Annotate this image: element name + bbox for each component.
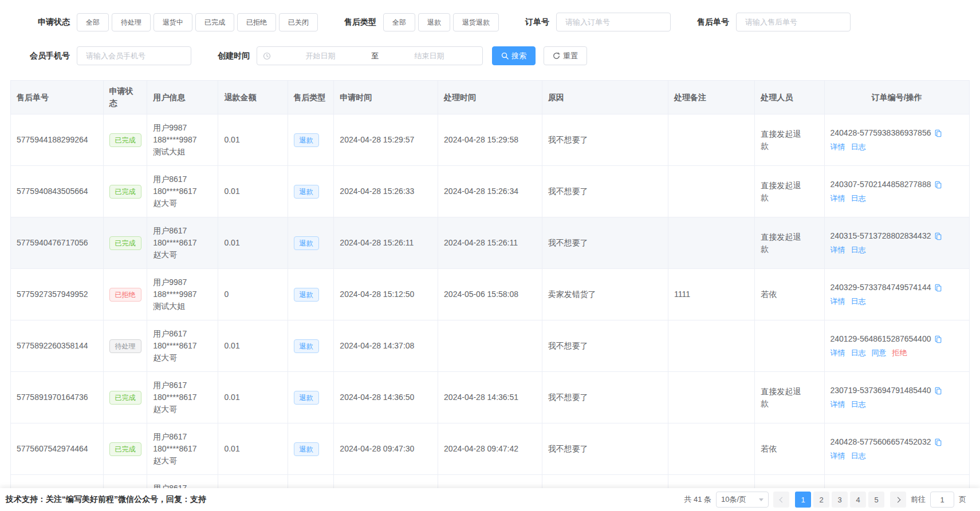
goto-label: 前往 bbox=[911, 494, 926, 505]
order-number-line: 230719-5373694791485440 bbox=[831, 385, 964, 397]
status-option-5[interactable]: 已关闭 bbox=[279, 13, 318, 31]
order-no-input[interactable] bbox=[556, 13, 671, 31]
processor-cell: 直接发起退款 bbox=[755, 114, 824, 166]
order-actions-cell: 230719-5373694791485440 详情日志 bbox=[824, 372, 970, 423]
order-number-line: 240315-5713728802834432 bbox=[831, 230, 964, 242]
action-link[interactable]: 同意 bbox=[872, 348, 887, 357]
processor-cell: 直接发起退款 bbox=[755, 372, 824, 423]
action-link[interactable]: 详情 bbox=[831, 194, 845, 203]
page-button-2[interactable]: 2 bbox=[813, 492, 829, 508]
status-option-1[interactable]: 待处理 bbox=[112, 13, 151, 31]
type-option-1[interactable]: 退款 bbox=[418, 13, 450, 31]
status-badge: 已完成 bbox=[109, 442, 141, 456]
column-header-2: 用户信息 bbox=[147, 81, 218, 114]
status-option-4[interactable]: 已拒绝 bbox=[237, 13, 276, 31]
process-time-cell: 2024-05-06 15:58:08 bbox=[438, 269, 542, 320]
phone-input[interactable] bbox=[77, 46, 191, 65]
action-link[interactable]: 详情 bbox=[831, 400, 845, 409]
action-link[interactable]: 日志 bbox=[851, 400, 866, 409]
row-actions: 详情日志 bbox=[831, 450, 964, 462]
reason-cell: 我不想要了 bbox=[542, 114, 668, 166]
remark-cell bbox=[668, 423, 754, 475]
action-link[interactable]: 日志 bbox=[851, 348, 866, 357]
processor-cell bbox=[755, 320, 824, 372]
status-option-3[interactable]: 已完成 bbox=[195, 13, 234, 31]
process-time-cell: 2024-04-28 15:26:34 bbox=[438, 166, 542, 217]
reason-cell: 我不想要了 bbox=[542, 423, 668, 475]
order-number: 240129-5648615287654400 bbox=[831, 333, 931, 345]
processor-cell: 若依 bbox=[755, 269, 824, 320]
copy-icon[interactable] bbox=[934, 335, 942, 343]
end-date-placeholder[interactable]: 结束日期 bbox=[382, 51, 477, 61]
refund-amount-cell: 0.01 bbox=[218, 217, 288, 269]
action-link[interactable]: 日志 bbox=[851, 245, 866, 254]
status-cell: 已拒绝 bbox=[103, 269, 147, 320]
goto-page-input[interactable] bbox=[930, 492, 954, 508]
aftersale-no-input[interactable] bbox=[736, 13, 851, 31]
action-link[interactable]: 详情 bbox=[831, 348, 845, 357]
status-option-0[interactable]: 全部 bbox=[77, 13, 109, 31]
action-link[interactable]: 日志 bbox=[851, 194, 866, 203]
date-range-picker[interactable]: 开始日期 至 结束日期 bbox=[257, 46, 483, 65]
copy-icon[interactable] bbox=[934, 181, 942, 189]
page-button-4[interactable]: 4 bbox=[850, 492, 866, 508]
phone-filter-group: 会员手机号 bbox=[10, 46, 191, 65]
processor-cell: 若依 bbox=[755, 423, 824, 475]
action-link[interactable]: 详情 bbox=[831, 142, 845, 151]
processor-cell: 直接发起退款 bbox=[755, 166, 824, 217]
remark-cell: 1111 bbox=[668, 269, 754, 320]
action-link[interactable]: 拒绝 bbox=[892, 348, 907, 357]
search-button[interactable]: 搜索 bbox=[492, 46, 536, 65]
pagination-total: 共 41 条 bbox=[684, 494, 711, 505]
row-actions: 详情日志 bbox=[831, 398, 964, 410]
order-number: 240428-5775606657452032 bbox=[831, 436, 931, 448]
type-badge: 退款 bbox=[294, 133, 319, 147]
chevron-left-icon bbox=[779, 497, 785, 502]
create-time-label: 创建时间 bbox=[218, 51, 250, 61]
table-row: 5775891970164736 已完成 用户8617180****8617赵大… bbox=[11, 372, 970, 423]
refund-amount-cell: 0.01 bbox=[218, 114, 288, 166]
page-button-1[interactable]: 1 bbox=[795, 492, 811, 508]
column-header-8: 处理备注 bbox=[668, 81, 754, 114]
pagination: 共 41 条 10条/页 12345 前往 页 bbox=[684, 492, 966, 508]
copy-icon[interactable] bbox=[934, 387, 942, 395]
type-cell: 退款 bbox=[288, 372, 334, 423]
next-page-button[interactable] bbox=[890, 492, 906, 508]
column-header-7: 原因 bbox=[542, 81, 668, 114]
status-options: 全部待处理退货中已完成已拒绝已关闭 bbox=[77, 13, 318, 31]
copy-icon[interactable] bbox=[934, 129, 942, 137]
status-option-2[interactable]: 退货中 bbox=[154, 13, 192, 31]
type-option-2[interactable]: 退货退款 bbox=[453, 13, 499, 31]
action-link[interactable]: 详情 bbox=[831, 297, 845, 306]
aftersale-no-cell: 5775944188299264 bbox=[11, 114, 104, 166]
order-number: 240307-5702144858277888 bbox=[831, 179, 931, 191]
type-cell: 退款 bbox=[288, 269, 334, 320]
order-no-label: 订单号 bbox=[525, 17, 549, 27]
table-row: 5775607542974464 已完成 用户8617180****8617赵大… bbox=[11, 423, 970, 475]
action-link[interactable]: 日志 bbox=[851, 297, 866, 306]
process-time-cell: 2024-04-28 14:36:51 bbox=[438, 372, 542, 423]
action-link[interactable]: 详情 bbox=[831, 245, 845, 254]
copy-icon[interactable] bbox=[934, 284, 942, 292]
action-link[interactable]: 详情 bbox=[831, 451, 845, 460]
filter-row-1: 申请状态 全部待处理退货中已完成已拒绝已关闭 售后类型 全部退款退货退款 订单号… bbox=[10, 13, 970, 31]
date-range-separator: 至 bbox=[368, 51, 382, 61]
type-option-0[interactable]: 全部 bbox=[383, 13, 415, 31]
row-actions: 详情日志 bbox=[831, 295, 964, 307]
status-cell: 已完成 bbox=[103, 217, 147, 269]
order-number: 240428-5775938386937856 bbox=[831, 127, 931, 139]
refund-amount-cell: 0.01 bbox=[218, 166, 288, 217]
start-date-placeholder[interactable]: 开始日期 bbox=[273, 51, 368, 61]
status-filter-label: 申请状态 bbox=[10, 17, 70, 27]
status-cell: 已完成 bbox=[103, 166, 147, 217]
status-badge: 已完成 bbox=[109, 133, 141, 147]
copy-icon[interactable] bbox=[934, 232, 942, 240]
prev-page-button[interactable] bbox=[773, 492, 789, 508]
page-size-select[interactable]: 10条/页 bbox=[716, 492, 769, 508]
action-link[interactable]: 日志 bbox=[851, 142, 866, 151]
action-link[interactable]: 日志 bbox=[851, 451, 866, 460]
reset-button[interactable]: 重置 bbox=[544, 46, 587, 65]
page-button-5[interactable]: 5 bbox=[868, 492, 884, 508]
copy-icon[interactable] bbox=[934, 438, 942, 446]
page-button-3[interactable]: 3 bbox=[832, 492, 848, 508]
